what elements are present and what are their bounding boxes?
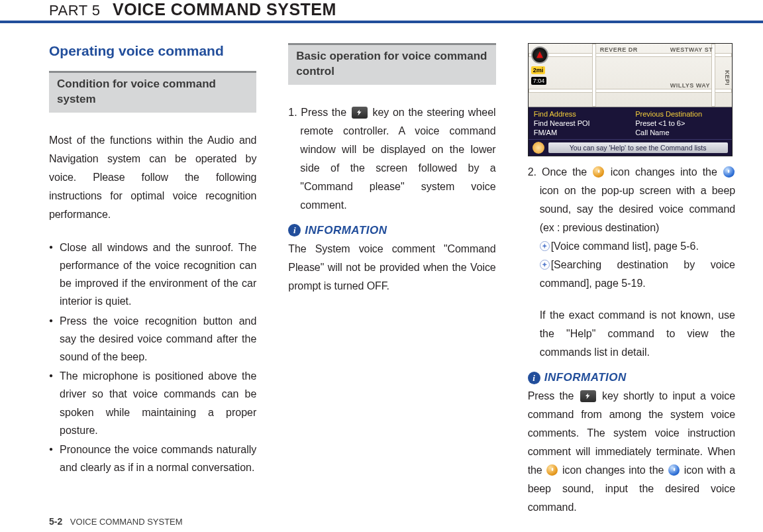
ref-voice-command-list: [Voice command list], page 5-6. [551, 240, 699, 252]
list-item: The microphone is positioned above the d… [49, 367, 256, 439]
voice-key-icon [580, 390, 596, 402]
column-1: Operating voice command Condition for vo… [49, 43, 256, 517]
subsection-condition: Condition for voice command system [49, 71, 256, 113]
distance-badge: 2mi [531, 66, 546, 74]
info-paragraph: The System voice comment "Command Please… [288, 240, 495, 295]
road-label: WESTWAY ST [670, 46, 713, 53]
page-title: VOICE COMMAND SYSTEM [113, 0, 336, 19]
part-label: PART 5 [49, 2, 101, 19]
step2-text-a: 2. Once the [528, 166, 593, 178]
mic-blue-icon [668, 464, 680, 476]
info-paragraph-2: Press the key shortly to input a voice c… [528, 387, 735, 517]
step1-text-a: 1. Press the [288, 107, 350, 118]
help-paragraph: If the exact command is not known, use t… [528, 306, 735, 362]
step-2: 2. Once the icon changes into the icon o… [528, 163, 735, 237]
nav-say-bar: You can say 'Help' to see the Command li… [529, 139, 732, 156]
footer-label: VOICE COMMAND SYSTEM [70, 517, 183, 527]
reference-icon: ✦ [540, 241, 550, 251]
info-icon: i [528, 372, 540, 384]
reference-block: ✦[Voice command list], page 5-6. ✦[Searc… [528, 237, 735, 293]
menu-item: Find Nearest POI [534, 119, 625, 128]
nav-map: 2mi 7:04 REVERE DR WESTWAY ST WILLYS WAY… [529, 44, 732, 107]
menu-item: FM/AM [534, 128, 625, 137]
bullet-list: Close all windows and the sunroof. The p… [49, 239, 256, 476]
mic-orange-icon [533, 142, 544, 154]
navigation-screenshot: 2mi 7:04 REVERE DR WESTWAY ST WILLYS WAY… [528, 43, 733, 156]
info-label: INFORMATION [305, 224, 387, 237]
info2-text-c: icon changes into the [558, 464, 668, 476]
menu-item: Call Name [635, 128, 727, 137]
nav-menu: Find Address Find Nearest POI FM/AM Prev… [529, 107, 732, 139]
mic-blue-icon [723, 166, 735, 178]
menu-item: Preset <1 to 6> [635, 119, 727, 128]
road-label: WILLYS WAY [670, 82, 710, 89]
page-header: PART 5 VOICE COMMAND SYSTEM [0, 0, 763, 23]
road-label: REVERE DR [600, 46, 638, 53]
menu-item: Previous Destination [635, 109, 727, 119]
reference-icon: ✦ [540, 260, 550, 270]
page-footer: 5-2 VOICE COMMAND SYSTEM [49, 516, 183, 527]
step1-text-b: key on the steering wheel remote control… [300, 107, 495, 211]
info2-text-a: Press the [528, 390, 579, 401]
intro-paragraph: Most of the functions within the Audio a… [49, 131, 256, 224]
road-label: KEPI [724, 70, 731, 85]
step-1: 1. Press the key on the steering wheel r… [288, 103, 495, 215]
time-badge: 7:04 [531, 77, 547, 85]
list-item: Close all windows and the sunroof. The p… [49, 239, 256, 311]
column-2: Basic operation for voice command contro… [288, 43, 495, 517]
mic-orange-icon [546, 464, 558, 476]
list-item: Pronounce the voice commands naturally a… [49, 441, 256, 476]
page-number: 5-2 [49, 516, 62, 527]
info2-text-b: key shortly to input a voice command fro… [528, 390, 735, 476]
columns: Operating voice command Condition for vo… [0, 43, 763, 517]
mic-orange-icon [593, 166, 604, 178]
say-help-label: You can say 'Help' to see the Command li… [548, 142, 728, 153]
compass-icon [531, 46, 548, 64]
step2-text-b: icon changes into the [605, 166, 723, 178]
step-list: 1. Press the key on the steering wheel r… [288, 103, 495, 215]
ref-searching-destination: [Searching destination by voice command]… [540, 259, 735, 289]
info-icon: i [288, 224, 301, 237]
list-item: Press the voice recognition button and s… [49, 312, 256, 366]
menu-item: Find Address [534, 109, 625, 119]
info-label: INFORMATION [544, 371, 627, 384]
information-heading-2: i INFORMATION [528, 371, 735, 384]
step2-text-c: icon on the pop-up screen with a beep so… [540, 185, 735, 233]
voice-key-icon [352, 107, 368, 119]
section-title: Operating voice command [49, 43, 256, 59]
information-heading: i INFORMATION [288, 224, 495, 237]
subsection-basic-operation: Basic operation for voice command contro… [288, 43, 495, 85]
column-3: 2mi 7:04 REVERE DR WESTWAY ST WILLYS WAY… [528, 43, 735, 517]
